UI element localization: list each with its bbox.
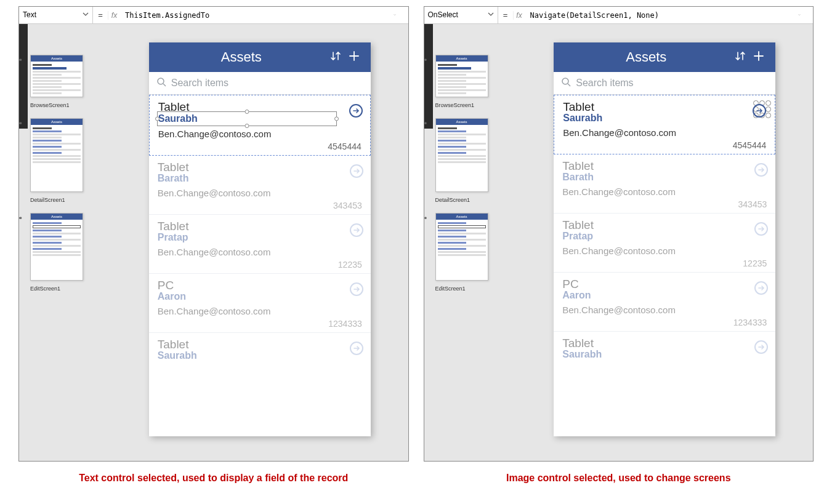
item-title: PC xyxy=(158,279,362,292)
app-canvas: Assets Search items xyxy=(554,42,775,436)
screen-thumb[interactable]: Assets xyxy=(30,55,83,97)
formula-bar[interactable]: ThisItem.AssignedTo xyxy=(120,7,408,23)
list-item[interactable]: Tablet Barath Ben.Change@contoso.com 343… xyxy=(149,156,371,215)
item-title: Tablet xyxy=(158,338,362,351)
search-input[interactable]: Search items xyxy=(149,72,371,95)
fx-label: fx xyxy=(513,11,525,20)
sort-icon[interactable] xyxy=(326,50,345,65)
item-assignedto: Pratap xyxy=(158,232,362,243)
item-title: PC xyxy=(562,278,767,291)
property-selector-value: OnSelect xyxy=(428,10,458,19)
caption-left: Text control selected, used to display a… xyxy=(18,473,409,484)
more-icon[interactable]: ••• xyxy=(424,214,427,223)
screen-thumb[interactable]: Assets xyxy=(435,213,488,281)
app-title: Assets xyxy=(561,49,731,65)
property-selector[interactable]: OnSelect xyxy=(424,7,498,24)
thumb-label: BrowseScreen1 xyxy=(30,102,107,108)
item-title: Tablet xyxy=(158,220,362,233)
navigate-arrow-icon[interactable] xyxy=(350,164,363,178)
item-assignedto: Saurabh xyxy=(158,350,362,361)
add-icon[interactable] xyxy=(345,50,363,65)
item-title: Tablet xyxy=(562,159,767,173)
screen-thumb[interactable]: Assets xyxy=(30,213,83,281)
thumb-label: DetailScreen1 xyxy=(30,197,107,203)
more-icon[interactable]: ••• xyxy=(19,214,22,223)
screens-rail: ••• Assets BrowseS xyxy=(19,24,111,461)
chevron-down-icon xyxy=(798,12,808,19)
svg-line-3 xyxy=(568,84,570,86)
item-number: 1234333 xyxy=(158,319,362,329)
list-item[interactable]: Tablet Saurabh xyxy=(554,332,775,364)
screen-thumb[interactable]: Assets xyxy=(435,55,488,97)
item-assignedto: Pratap xyxy=(562,231,767,242)
fx-label: fx xyxy=(108,11,120,20)
item-email: Ben.Change@contoso.com xyxy=(158,188,362,198)
search-icon xyxy=(156,77,166,89)
item-number: 1234333 xyxy=(562,318,767,327)
more-icon[interactable]: ••• xyxy=(424,56,427,65)
item-email: Ben.Change@contoso.com xyxy=(562,305,767,315)
list-item[interactable]: Tablet Pratap Ben.Change@contoso.com 122… xyxy=(554,214,775,273)
navigate-arrow-icon[interactable] xyxy=(350,342,363,355)
item-number: 4545444 xyxy=(158,142,361,151)
chevron-down-icon xyxy=(83,10,89,19)
add-icon[interactable] xyxy=(749,50,768,65)
sort-icon[interactable] xyxy=(731,50,749,65)
navigate-arrow-icon[interactable] xyxy=(349,104,363,118)
item-email: Ben.Change@contoso.com xyxy=(563,127,766,138)
app-canvas: Assets Search items xyxy=(149,42,371,436)
navigate-arrow-icon[interactable] xyxy=(350,223,363,237)
more-icon[interactable]: ••• xyxy=(19,56,22,65)
more-icon[interactable]: ••• xyxy=(424,119,427,128)
chevron-down-icon xyxy=(488,10,494,19)
item-title: Tablet xyxy=(563,100,766,114)
item-number: 343453 xyxy=(562,199,767,209)
equals-label: = xyxy=(498,10,513,20)
item-assignedto: Aaron xyxy=(158,291,362,302)
svg-line-1 xyxy=(163,84,166,86)
screens-rail: ••• Assets BrowseS xyxy=(424,24,517,461)
item-email: Ben.Change@contoso.com xyxy=(562,186,767,197)
search-placeholder: Search items xyxy=(576,78,633,89)
svg-point-0 xyxy=(158,78,164,84)
list-item[interactable]: Tablet Saurabh Ben.Change@contoso.com 45… xyxy=(554,95,775,154)
screen-thumb[interactable]: Assets xyxy=(435,118,488,192)
search-input[interactable]: Search items xyxy=(554,72,775,95)
list-item[interactable]: Tablet Saurabh xyxy=(149,333,371,365)
item-title: Tablet xyxy=(158,161,362,174)
list-item[interactable]: Tablet Pratap Ben.Change@contoso.com 122… xyxy=(149,215,371,274)
item-email: Ben.Change@contoso.com xyxy=(158,247,362,257)
list-item[interactable]: Tablet Saurabh xyxy=(149,95,371,156)
item-email: Ben.Change@contoso.com xyxy=(158,306,362,316)
item-number: 4545444 xyxy=(563,140,766,150)
svg-point-2 xyxy=(562,78,568,84)
item-email: Ben.Change@contoso.com xyxy=(158,129,361,139)
formula-bar[interactable]: Navigate(DetailScreen1, None) xyxy=(525,7,814,23)
item-assignedto: Saurabh xyxy=(562,349,767,360)
item-assignedto: Aaron xyxy=(562,290,767,301)
list-item[interactable]: Tablet Barath Ben.Change@contoso.com 343… xyxy=(554,154,775,214)
screen-thumb[interactable]: Assets xyxy=(30,118,83,192)
navigate-arrow-icon[interactable] xyxy=(350,282,363,296)
item-number: 343453 xyxy=(158,201,362,210)
property-selector-value: Text xyxy=(23,10,36,19)
formula-text: Navigate(DetailScreen1, None) xyxy=(530,11,660,20)
thumb-label: EditScreen1 xyxy=(30,286,107,292)
property-selector[interactable]: Text xyxy=(19,7,93,24)
item-title: Tablet xyxy=(562,218,767,232)
search-placeholder: Search items xyxy=(171,78,228,89)
list-item[interactable]: PC Aaron Ben.Change@contoso.com 1234333 xyxy=(554,273,775,332)
item-title: Tablet xyxy=(562,337,767,350)
item-assignedto: Barath xyxy=(562,172,767,183)
thumb-label: BrowseScreen1 xyxy=(435,102,512,108)
item-assignedto: Saurabh xyxy=(563,113,766,124)
list-item[interactable]: PC Aaron Ben.Change@contoso.com 1234333 xyxy=(149,274,371,333)
chevron-down-icon xyxy=(394,12,403,19)
equals-label: = xyxy=(93,10,108,20)
app-title: Assets xyxy=(156,49,326,65)
item-number: 12235 xyxy=(158,260,362,270)
thumb-label: EditScreen1 xyxy=(435,286,512,292)
thumb-label: DetailScreen1 xyxy=(435,197,512,203)
item-number: 12235 xyxy=(562,258,767,268)
more-icon[interactable]: ••• xyxy=(19,119,22,128)
